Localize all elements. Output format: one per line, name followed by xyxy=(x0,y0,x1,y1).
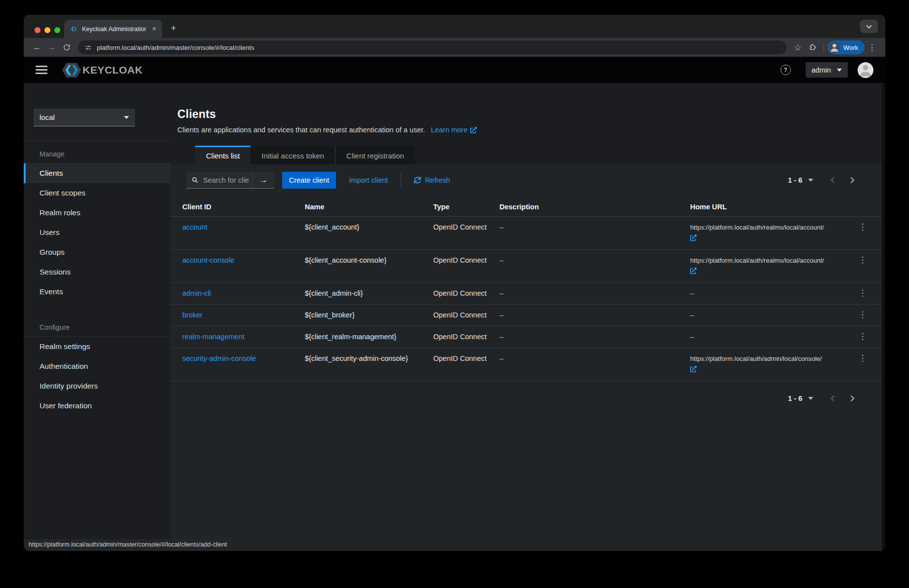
client-id-link[interactable]: broker xyxy=(182,311,203,319)
pagination-bottom: 1 - 6 xyxy=(788,394,859,402)
zoom-window-button[interactable] xyxy=(54,27,60,33)
sidebar-item-authentication[interactable]: Authentication xyxy=(24,356,170,376)
caret-down-icon xyxy=(124,116,129,119)
sidebar-item-realm-roles[interactable]: Realm roles xyxy=(24,203,170,223)
keycloak-favicon xyxy=(70,25,78,33)
prev-page-chevron-icon[interactable] xyxy=(826,395,839,402)
keycloak-brand[interactable]: KEYCLOAK xyxy=(61,61,143,79)
row-actions-kebab-icon[interactable]: ⋮ xyxy=(857,223,868,232)
sidebar-item-user-federation[interactable]: User federation xyxy=(24,396,170,416)
caret-down-icon xyxy=(808,397,813,400)
sidebar-item-events[interactable]: Events xyxy=(24,282,170,302)
client-id-link[interactable]: account xyxy=(182,223,207,231)
home-url-link[interactable]: https://platform.local/auth/realms/local… xyxy=(690,222,837,242)
name-cell: ${client_security-admin-console} xyxy=(305,353,433,364)
status-url-tooltip: https://platform.local/auth/admin/master… xyxy=(24,539,232,551)
client-id-link[interactable]: account-console xyxy=(182,256,235,264)
client-id-cell: security-admin-console xyxy=(182,353,305,364)
browser-menu-kebab-icon[interactable]: ⋮ xyxy=(865,40,879,55)
refresh-link[interactable]: Refresh xyxy=(414,176,450,184)
browser-profile-button[interactable]: Work xyxy=(827,40,865,54)
user-name: admin xyxy=(812,66,831,74)
next-page-chevron-icon[interactable] xyxy=(846,177,859,184)
minimize-window-button[interactable] xyxy=(44,27,50,33)
client-id-link[interactable]: admin-cli xyxy=(182,289,211,297)
sidebar-item-identity-providers[interactable]: Identity providers xyxy=(24,376,170,396)
table-row: broker${client_broker}OpenID Connect––⋮ xyxy=(170,305,882,326)
user-dropdown[interactable]: admin xyxy=(806,62,848,78)
type-cell: OpenID Connect xyxy=(433,255,499,266)
home-url-link[interactable]: https://platform.local/auth/realms/local… xyxy=(690,255,837,275)
page-header: Clients Clients are applications and ser… xyxy=(170,83,882,134)
create-client-button[interactable]: Create client xyxy=(282,172,336,189)
sidebar-item-users[interactable]: Users xyxy=(24,223,170,242)
browser-tab[interactable]: Keycloak Administration UI × xyxy=(64,20,162,38)
new-tab-button[interactable]: + xyxy=(166,21,181,36)
caret-down-icon xyxy=(124,116,129,119)
row-actions-kebab-icon[interactable]: ⋮ xyxy=(857,256,868,265)
user-avatar[interactable] xyxy=(858,62,873,78)
tab-initial-access-token[interactable]: Initial access token xyxy=(250,146,335,164)
client-id-link[interactable]: realm-management xyxy=(182,333,245,341)
back-icon[interactable]: ← xyxy=(30,40,44,55)
client-id-link[interactable]: security-admin-console xyxy=(182,354,256,362)
row-actions-kebab-icon[interactable]: ⋮ xyxy=(857,332,868,341)
table-body: account${client_account}OpenID Connect–h… xyxy=(170,217,882,381)
nav-section-title: Configure xyxy=(24,314,170,336)
sidebar-item-groups[interactable]: Groups xyxy=(24,242,170,262)
table-toolbar: → Create client Import client Refresh 1 … xyxy=(170,164,882,196)
reload-icon[interactable] xyxy=(59,40,74,55)
table-row: security-admin-console${client_security-… xyxy=(170,348,882,381)
main-content: Clients Clients are applications and ser… xyxy=(170,83,882,551)
sidebar-item-sessions[interactable]: Sessions xyxy=(24,262,170,282)
name-cell: ${client_realm-management} xyxy=(305,332,433,342)
name-cell: ${client_account-console} xyxy=(305,255,433,266)
pagination-caret-icon[interactable] xyxy=(808,179,813,182)
row-actions-kebab-icon[interactable]: ⋮ xyxy=(857,354,868,363)
realm-name: local xyxy=(40,113,55,121)
tab-clients-list[interactable]: Clients list xyxy=(195,146,250,164)
tab-close-icon[interactable]: × xyxy=(150,25,158,33)
scrollbar-track[interactable] xyxy=(882,83,885,551)
keycloak-logo-icon xyxy=(70,25,78,33)
bookmark-star-icon[interactable]: ☆ xyxy=(790,40,805,55)
row-actions-kebab-icon[interactable]: ⋮ xyxy=(857,289,868,298)
forward-icon[interactable]: → xyxy=(44,40,59,55)
hamburger-menu-icon[interactable] xyxy=(36,66,47,74)
name-cell: ${client_admin-cli} xyxy=(305,288,433,299)
description-cell: – xyxy=(499,222,690,233)
tab-search-chevron-icon[interactable] xyxy=(860,20,878,33)
column-header-client-id: Client ID xyxy=(182,203,305,211)
sidebar-item-realm-settings[interactable]: Realm settings xyxy=(24,337,170,356)
row-actions-kebab-icon[interactable]: ⋮ xyxy=(857,311,868,319)
column-header-name: Name xyxy=(305,203,433,211)
browser-tab-strip: Keycloak Administration UI × + xyxy=(24,15,885,38)
name-cell: ${client_account} xyxy=(305,222,433,233)
pagination-range: 1 - 6 xyxy=(788,176,802,184)
home-url-link[interactable]: https://platform.local/auth/admin/local/… xyxy=(690,353,837,374)
prev-page-chevron-icon[interactable] xyxy=(826,177,839,184)
close-window-button[interactable] xyxy=(35,27,41,33)
tab-client-registration[interactable]: Client registration xyxy=(335,146,415,164)
extensions-icon[interactable] xyxy=(805,40,820,55)
home-url-cell: – xyxy=(690,332,837,342)
import-client-link[interactable]: Import client xyxy=(349,176,388,184)
help-icon[interactable]: ? xyxy=(781,65,791,75)
address-bar[interactable]: platform.local/auth/admin/master/console… xyxy=(78,40,786,54)
pagination-caret-icon[interactable] xyxy=(808,397,813,400)
learn-more-link[interactable]: Learn more xyxy=(431,126,476,134)
search-submit-arrow-icon[interactable]: → xyxy=(252,172,274,188)
caret-down-icon xyxy=(837,69,842,72)
external-link-icon xyxy=(470,127,477,133)
sidebar-item-clients[interactable]: Clients xyxy=(24,163,170,183)
keycloak-masthead: KEYCLOAK ? admin xyxy=(24,57,885,83)
column-header-description: Description xyxy=(499,203,690,211)
next-page-chevron-icon[interactable] xyxy=(846,395,859,402)
client-id-cell: broker xyxy=(182,310,305,320)
realm-selector[interactable]: local xyxy=(34,109,135,126)
browser-toolbar: ← → platform.local/auth/admin/master/con… xyxy=(24,38,885,57)
site-settings-icon[interactable] xyxy=(84,44,92,51)
sidebar-item-client-scopes[interactable]: Client scopes xyxy=(24,183,170,203)
page-tabs: Clients listInitial access tokenClient r… xyxy=(170,146,882,164)
brand-text: KEYCLOAK xyxy=(83,64,143,76)
